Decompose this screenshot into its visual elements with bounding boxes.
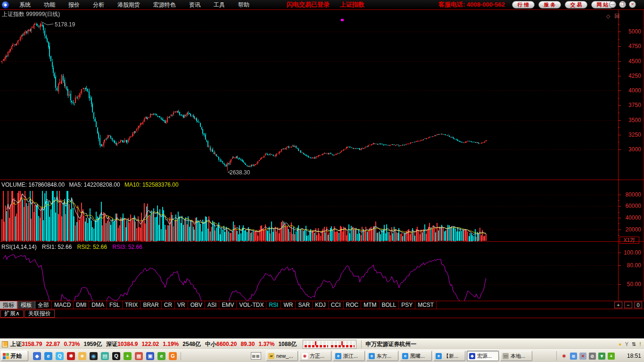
blocked-device-icon[interactable]: ⊘	[589, 353, 596, 360]
indicator-item[interactable]: DMA	[89, 301, 107, 309]
safety-icon[interactable]: +	[608, 353, 615, 360]
quote-value: 0.73%	[64, 341, 80, 347]
indicator-item[interactable]: PSY	[399, 301, 415, 309]
app-icon[interactable]: ▣	[146, 352, 154, 360]
close-button[interactable]: ✕	[629, 1, 636, 8]
taskbar-window-button[interactable]: e黑嘴...	[400, 351, 432, 361]
indicator-item[interactable]: OBV	[188, 301, 205, 309]
taskbar-window-button[interactable]: ◆宏源...	[467, 351, 499, 361]
taskbar-window-button[interactable]: ◉方正...	[299, 351, 331, 361]
indicator-item[interactable]: MTM	[361, 301, 379, 309]
low-price-label: 2638.30	[230, 169, 250, 176]
ie-icon[interactable]: e	[44, 352, 52, 360]
quote-value: 89.30	[240, 341, 255, 347]
indicator-item[interactable]: BOLL	[380, 301, 399, 309]
taskbar-window-button[interactable]: e浙江...	[333, 351, 365, 361]
media-icon[interactable]: ▤	[101, 352, 109, 360]
star-icon[interactable]: ★	[78, 352, 86, 360]
index-quote-segment: 深证10384.9122.021.19%2548亿	[106, 340, 201, 348]
indicator-item[interactable]: FSL	[107, 301, 123, 309]
message-icon[interactable]: ●	[619, 341, 622, 347]
restore-button[interactable]: ❐	[619, 1, 626, 8]
menu-item[interactable]: 帮助	[231, 0, 256, 9]
price-axis-label: 4750	[619, 43, 641, 49]
download-icon[interactable]: ▼	[598, 353, 605, 360]
pin-restore-icons[interactable]: ◇ 回	[606, 13, 621, 20]
chart-canvas[interactable]	[0, 9, 644, 310]
indicator-tab[interactable]: 模板	[17, 301, 35, 309]
sogou-eye-icon[interactable]: ◉	[90, 352, 98, 360]
green-plus-icon[interactable]: +	[124, 352, 132, 360]
quark-browser-icon[interactable]: Q	[56, 352, 64, 360]
indicator-item[interactable]: VR	[175, 301, 188, 309]
menu-item[interactable]: 工具	[207, 0, 231, 9]
indicator-item[interactable]: 全部	[35, 301, 52, 309]
indicator-item[interactable]: RSI	[266, 301, 281, 309]
window-controls: —❐✕	[609, 1, 636, 8]
volume-axis-label: 40000	[619, 214, 641, 221]
menu-item[interactable]: 资讯	[182, 0, 207, 9]
indicator-item[interactable]: DMI	[74, 301, 89, 309]
taskbar-window-button[interactable]: e【新...	[433, 351, 465, 361]
indicator-item[interactable]: MACD	[52, 301, 74, 309]
indicator-item[interactable]: EMV	[219, 301, 237, 309]
nav-button[interactable]: 行 情	[512, 1, 535, 8]
photos-icon[interactable]: ▦	[135, 352, 143, 360]
menu-item[interactable]: 报价	[62, 0, 86, 9]
price-axis-label: 3750	[619, 102, 641, 108]
app-logo-icon[interactable]: ◆	[2, 1, 9, 8]
nav-button[interactable]: 服 务	[538, 1, 561, 8]
menu-bar: 系统功能报价分析港股期货宏源特色资讯工具帮助	[13, 0, 256, 9]
indicator-item[interactable]: KDJ	[313, 301, 329, 309]
start-button[interactable]: 开始	[1, 351, 28, 361]
g-icon[interactable]: G	[169, 352, 177, 360]
menu-item[interactable]: 分析	[86, 0, 111, 9]
nav-button[interactable]: 交 易	[565, 1, 587, 8]
indicator-item[interactable]: ASI	[205, 301, 219, 309]
messenger-icon[interactable]: ◆	[33, 352, 41, 360]
antenna-icon[interactable]: Y	[625, 341, 628, 347]
extension-tab[interactable]: 关联报价	[25, 310, 55, 318]
network-error-icon[interactable]: ✕	[579, 353, 586, 360]
input-method-icon[interactable]: ▦▦	[251, 352, 261, 360]
chart-zoom-button[interactable]: +	[614, 302, 622, 308]
indicator-item[interactable]: VOL-TDX	[237, 301, 266, 309]
indicator-item[interactable]: MCST	[415, 301, 437, 309]
extension-tab[interactable]: 扩展∧	[0, 310, 24, 318]
updown-arrows-icon[interactable]: ⇅	[632, 341, 636, 347]
window-button-label: 东方...	[377, 353, 391, 360]
indicator-item[interactable]: CR	[162, 301, 175, 309]
menu-item[interactable]: 系统	[13, 0, 37, 9]
taskbar-window-button[interactable]: ▰new_...	[266, 351, 298, 361]
indicator-item[interactable]: WR	[281, 301, 296, 309]
indicator-item[interactable]: TRIX	[123, 301, 140, 309]
price-axis-label: 4000	[619, 87, 641, 94]
quote-value: 22.87	[46, 341, 60, 347]
minimize-button[interactable]: —	[609, 1, 616, 8]
indicator-tab[interactable]: 指标	[0, 301, 17, 309]
network-signal-icon[interactable]: ≋	[570, 353, 577, 360]
indicator-item[interactable]: ROC	[344, 301, 362, 309]
system-tray: ✱≋✕⊘▼+	[556, 351, 615, 361]
alert-icon[interactable]: !	[639, 341, 641, 347]
chart-zoom-button[interactable]: −	[624, 302, 632, 308]
indicator-item[interactable]: BRAR	[140, 301, 161, 309]
taskbar-window-button[interactable]: e东方...	[366, 351, 398, 361]
indicator-item[interactable]: CCI	[329, 301, 344, 309]
window-button-icon: e	[402, 353, 408, 359]
menu-item[interactable]: 港股期货	[111, 0, 147, 9]
status-window-icon[interactable]	[2, 341, 8, 347]
volume-header: VOLUME: 167860848.00 MA5: 142208208.00 M…	[1, 181, 179, 188]
menu-item[interactable]: 宏源特色	[147, 0, 182, 9]
indicator-item[interactable]: SAR	[296, 301, 313, 309]
green-e-icon[interactable]: e	[157, 352, 165, 360]
qq-icon[interactable]: Q	[112, 352, 120, 360]
flower-tray-icon[interactable]: ✱	[561, 353, 568, 360]
window-button-icon: ▰	[268, 353, 274, 359]
chart-zoom-button[interactable]: 0	[634, 302, 642, 308]
taskbar-window-button[interactable]: ▭本地...	[500, 351, 532, 361]
price-axis-label: 3250	[619, 132, 641, 138]
flower-icon[interactable]: ✱	[67, 352, 75, 360]
quote-label: 深证	[106, 341, 117, 347]
menu-item[interactable]: 功能	[37, 0, 62, 9]
